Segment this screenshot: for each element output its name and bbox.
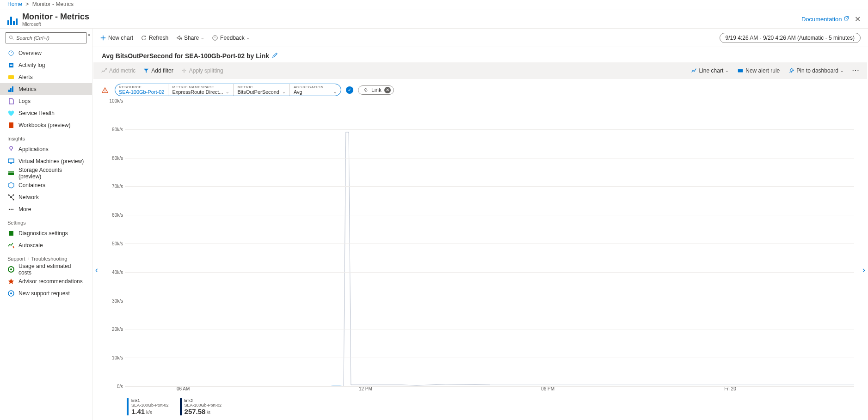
smiley-icon <box>212 35 218 41</box>
sidebar-item-containers[interactable]: Containers <box>0 179 92 191</box>
chart-type-selector[interactable]: Line chart⌄ <box>691 67 729 74</box>
add-filter-button[interactable]: Add filter <box>143 67 173 74</box>
time-range-selector[interactable]: 9/19 4:26 AM - 9/20 4:26 AM (Automatic -… <box>720 33 861 43</box>
prev-chart-button[interactable]: ‹ <box>91 261 103 280</box>
grid-line <box>125 243 854 244</box>
sidebar-item-label: Service Health <box>18 110 55 116</box>
svg-point-32 <box>105 91 105 91</box>
grid-line <box>125 101 854 101</box>
legend-item-link1[interactable]: link1SEA-100Gb-Port-021.41 k/s <box>127 398 169 415</box>
svg-point-28 <box>213 35 218 40</box>
sidebar-item-vms[interactable]: Virtual Machines (preview) <box>0 155 92 167</box>
next-chart-button[interactable]: › <box>858 261 868 280</box>
y-tick: 90k/s <box>112 127 123 132</box>
sidebar-item-usage[interactable]: Usage and estimated costs <box>0 263 92 275</box>
sidebar-item-logs[interactable]: Logs <box>0 95 92 107</box>
chart-container: ‹ › 0/s10k/s20k/s30k/s40k/s50k/s60k/s70k… <box>92 101 868 420</box>
collapse-sidebar-icon[interactable]: « <box>87 32 90 37</box>
sidebar-item-label: More <box>18 206 31 213</box>
y-tick: 10k/s <box>112 355 123 360</box>
new-alert-button[interactable]: New alert rule <box>737 67 780 74</box>
legend-name: link2 <box>185 398 222 403</box>
remove-chip-icon[interactable]: ✕ <box>384 87 391 93</box>
sidebar-item-autoscale[interactable]: Autoscale <box>0 239 92 251</box>
confirm-icon[interactable]: ✓ <box>346 86 353 94</box>
add-metric-button[interactable]: Add metric <box>101 67 135 74</box>
aggregation-selector[interactable]: AGGREGATION Avg⌄ <box>290 84 341 96</box>
y-tick: 70k/s <box>112 184 123 189</box>
page-subtitle: Microsoft <box>22 22 89 27</box>
search-input[interactable]: Search (Ctrl+/) <box>6 32 86 43</box>
svg-rect-9 <box>12 86 13 92</box>
plus-icon <box>100 35 106 41</box>
line-chart-icon <box>691 67 697 74</box>
search-icon <box>9 35 14 41</box>
feedback-button[interactable]: Feedback⌄ <box>212 35 250 41</box>
svg-point-22 <box>12 209 13 210</box>
close-icon[interactable]: ✕ <box>855 15 861 24</box>
storage-icon <box>7 170 15 177</box>
sidebar-item-workbooks[interactable]: Workbooks (preview) <box>0 119 92 131</box>
nav-group-support: Support + Troubleshooting <box>0 251 92 263</box>
legend-sub: SEA-100Gb-Port-02 <box>131 403 169 408</box>
legend-item-link2[interactable]: link2SEA-100Gb-Port-02257.58 /s <box>180 398 222 415</box>
sidebar-item-diag[interactable]: Diagnostics settings <box>0 227 92 239</box>
x-tick: 06 PM <box>541 386 554 391</box>
more-options-button[interactable]: ··· <box>852 67 860 74</box>
sidebar-item-health[interactable]: Service Health <box>0 107 92 119</box>
y-tick: 30k/s <box>112 298 123 303</box>
autoscale-icon <box>7 242 15 249</box>
sidebar-item-activity[interactable]: Activity log <box>0 59 92 71</box>
y-tick: 100k/s <box>110 98 123 103</box>
sidebar-item-storage[interactable]: Storage Accounts (preview) <box>0 167 92 179</box>
svg-rect-31 <box>738 69 743 73</box>
metric-selector[interactable]: METRIC BitsOutPerSecond⌄ <box>234 84 290 96</box>
legend-sub: SEA-100Gb-Port-02 <box>185 403 222 408</box>
share-button[interactable]: Share⌄ <box>176 35 204 41</box>
alert-icon <box>737 67 744 74</box>
logs-icon <box>7 97 15 105</box>
sidebar-item-label: Workbooks (preview) <box>18 122 70 128</box>
new-chart-button[interactable]: New chart <box>100 35 133 41</box>
sidebar-item-advisor[interactable]: Advisor recommendations <box>0 275 92 287</box>
grid-line <box>125 358 854 358</box>
sidebar-item-more[interactable]: More <box>0 203 92 215</box>
monitor-icon <box>7 14 18 25</box>
svg-rect-14 <box>8 171 14 175</box>
chart-title: Avg BitsOutPerSecond for SEA-100Gb-Port-… <box>102 52 269 60</box>
sidebar-item-alerts[interactable]: Alerts <box>0 71 92 83</box>
pin-icon <box>788 67 794 74</box>
pin-dashboard-button[interactable]: Pin to dashboard⌄ <box>788 67 844 74</box>
resource-selector[interactable]: RESOURCE SEA-100Gb-Port-02 <box>115 84 168 96</box>
link-filter-chip[interactable]: Link ✕ <box>358 85 394 95</box>
external-link-icon <box>843 16 849 21</box>
sidebar-item-label: Autoscale <box>18 242 43 249</box>
support-icon <box>7 290 15 297</box>
y-tick: 50k/s <box>112 241 123 246</box>
edit-title-button[interactable] <box>272 52 278 60</box>
diag-icon <box>7 230 15 237</box>
x-tick: 12 PM <box>359 386 372 391</box>
sidebar-item-metrics[interactable]: Metrics <box>0 83 92 95</box>
svg-rect-23 <box>9 231 13 236</box>
y-tick: 0/s <box>117 384 123 389</box>
svg-point-30 <box>215 37 216 37</box>
sidebar-item-apps[interactable]: Applications <box>0 143 92 155</box>
network-icon <box>7 194 15 201</box>
sidebar-item-label: Logs <box>18 98 31 104</box>
chart-area[interactable]: 0/s10k/s20k/s30k/s40k/s50k/s60k/s70k/s80… <box>106 101 854 396</box>
sidebar-item-label: Overview <box>18 50 42 56</box>
apply-splitting-button[interactable]: Apply splitting <box>181 67 223 74</box>
health-icon <box>7 110 15 117</box>
documentation-link[interactable]: Documentation <box>801 16 849 23</box>
sidebar-item-support[interactable]: New support request <box>0 287 92 299</box>
sidebar-item-network[interactable]: Network <box>0 191 92 203</box>
sidebar-item-label: Virtual Machines (preview) <box>18 158 84 164</box>
breadcrumb-home[interactable]: Home <box>7 1 22 7</box>
sidebar-item-overview[interactable]: Overview <box>0 47 92 59</box>
refresh-button[interactable]: Refresh <box>141 35 168 41</box>
containers-icon <box>7 182 15 189</box>
svg-rect-6 <box>8 75 14 79</box>
namespace-selector[interactable]: METRIC NAMESPACE ExpressRoute Direct...⌄ <box>168 84 234 96</box>
svg-point-11 <box>10 146 12 149</box>
